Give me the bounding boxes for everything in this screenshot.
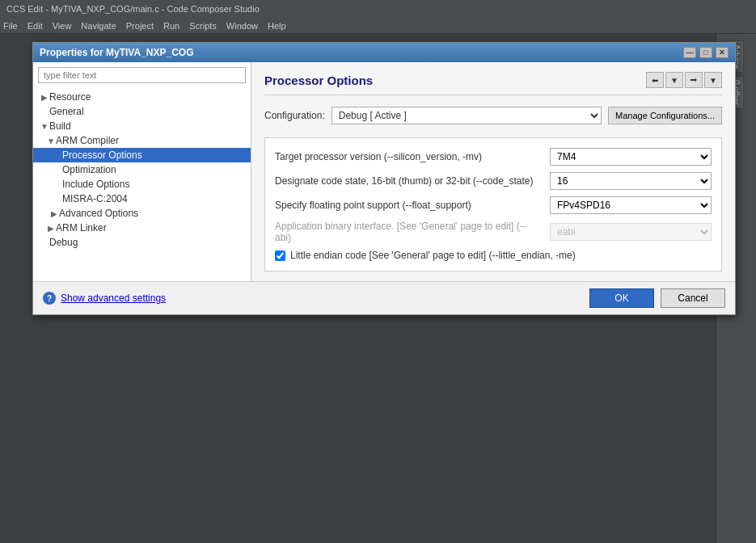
- tree-label-resource: Resource: [49, 91, 91, 103]
- option-label-float-support: Specify floating point support (--float_…: [275, 200, 540, 211]
- tree-label-advanced-options: Advanced Options: [59, 208, 138, 219]
- tree-item-arm-compiler[interactable]: ▼ ARM Compiler: [33, 133, 251, 148]
- nav-back-button[interactable]: ⬅: [646, 72, 664, 88]
- option-select-silicon-version[interactable]: 7M4 7M3 7M0 6M0: [550, 148, 712, 166]
- menu-scripts[interactable]: Scripts: [189, 21, 217, 31]
- tree-label-include-options: Include Options: [62, 179, 129, 190]
- menu-view[interactable]: View: [53, 21, 72, 31]
- configuration-label: Configuration:: [264, 110, 325, 121]
- menu-help[interactable]: Help: [268, 21, 286, 31]
- tree-arrow-advanced-options: ▶: [49, 209, 59, 218]
- option-row-code-state: Designate code state, 16-bit (thumb) or …: [275, 172, 712, 190]
- panel-header: Processor Options ⬅ ▼ ⮕ ▼: [264, 72, 722, 95]
- ide-title: CCS Edit - MyTIVA_NXP_COG/main.c - Code …: [6, 4, 260, 14]
- tree-item-debug[interactable]: Debug: [33, 235, 251, 250]
- tree-label-misra: MISRA-C:2004: [62, 193, 128, 204]
- dialog-overlay: Properties for MyTIVA_NXP_COG — □ ✕: [0, 34, 756, 543]
- cancel-button[interactable]: Cancel: [661, 288, 725, 308]
- option-label-silicon-version: Target processor version (--silicon_vers…: [275, 151, 540, 162]
- ide-titlebar: CCS Edit - MyTIVA_NXP_COG/main.c - Code …: [0, 0, 756, 18]
- properties-dialog: Properties for MyTIVA_NXP_COG — □ ✕: [32, 42, 736, 315]
- tree-item-general[interactable]: General: [33, 104, 251, 119]
- tree-label-arm-linker: ARM Linker: [56, 222, 107, 234]
- tree-item-advanced-options[interactable]: ▶ Advanced Options: [33, 206, 251, 221]
- tree-arrow-resource: ▶: [40, 93, 49, 102]
- menu-project[interactable]: Project: [126, 21, 154, 31]
- option-label-code-state: Designate code state, 16-bit (thumb) or …: [275, 175, 540, 187]
- menu-navigate[interactable]: Navigate: [81, 21, 116, 31]
- little-endian-label: Little endian code [See 'General' page t…: [290, 250, 576, 261]
- option-row-silicon-version: Target processor version (--silicon_vers…: [275, 148, 712, 166]
- ok-button[interactable]: OK: [589, 288, 654, 308]
- dialog-title-controls: — □ ✕: [683, 47, 729, 58]
- maximize-button[interactable]: □: [699, 47, 712, 58]
- option-select-abi: eabi: [550, 223, 712, 241]
- dialog-footer: ? Show advanced settings OK Cancel: [33, 281, 735, 314]
- filter-input[interactable]: [38, 67, 246, 83]
- tree-arrow-arm-compiler: ▼: [46, 137, 56, 145]
- tree-label-build: Build: [49, 120, 71, 132]
- show-advanced-settings-link[interactable]: Show advanced settings: [61, 293, 166, 304]
- configuration-row: Configuration: Debug [ Active ] Manage C…: [264, 107, 722, 124]
- nav-forward-button[interactable]: ⮕: [685, 72, 703, 88]
- tree-label-optimization: Optimization: [62, 164, 116, 175]
- ide-background: CCS Edit - MyTIVA_NXP_COG/main.c - Code …: [0, 0, 756, 543]
- dialog-body: ▶ Resource General ▼ Bu: [33, 62, 735, 281]
- tree-arrow-arm-linker: ▶: [46, 224, 56, 233]
- ide-menubar: File Edit View Navigate Project Run Scri…: [0, 18, 756, 34]
- tree-label-general: General: [49, 106, 84, 117]
- ide-content: Advice 0 other Properties for MyTIVA_NXP…: [0, 34, 756, 543]
- manage-configurations-button[interactable]: Manage Configurations...: [608, 107, 722, 124]
- dialog-titlebar: Properties for MyTIVA_NXP_COG — □ ✕: [33, 43, 735, 62]
- close-button[interactable]: ✕: [716, 47, 729, 58]
- nav-menu-button[interactable]: ▼: [704, 72, 722, 88]
- options-grid: Target processor version (--silicon_vers…: [264, 137, 722, 272]
- tree-item-build[interactable]: ▼ Build: [33, 119, 251, 133]
- option-label-abi: Application binary interface. [See 'Gene…: [275, 221, 540, 243]
- configuration-select[interactable]: Debug [ Active ]: [332, 107, 602, 124]
- tree-arrow-build: ▼: [40, 122, 49, 131]
- tree-label-processor-options: Processor Options: [62, 149, 142, 161]
- footer-left: ? Show advanced settings: [43, 292, 166, 305]
- tree-item-arm-linker[interactable]: ▶ ARM Linker: [33, 221, 251, 235]
- menu-file[interactable]: File: [3, 21, 18, 31]
- tree-container: ▶ Resource General ▼ Bu: [33, 88, 251, 281]
- right-panel: Processor Options ⬅ ▼ ⮕ ▼ Configuration:: [251, 62, 735, 281]
- tree-label-arm-compiler: ARM Compiler: [56, 135, 119, 146]
- tree-item-processor-options[interactable]: Processor Options: [33, 148, 251, 162]
- tree-label-debug: Debug: [49, 237, 78, 248]
- menu-run[interactable]: Run: [163, 21, 179, 31]
- panel-nav-buttons: ⬅ ▼ ⮕ ▼: [646, 72, 722, 88]
- option-row-abi: Application binary interface. [See 'Gene…: [275, 221, 712, 243]
- panel-title: Processor Options: [264, 74, 373, 87]
- footer-right: OK Cancel: [589, 288, 725, 308]
- minimize-button[interactable]: —: [683, 47, 696, 58]
- help-icon[interactable]: ?: [43, 292, 56, 305]
- left-panel: ▶ Resource General ▼ Bu: [33, 62, 251, 281]
- menu-edit[interactable]: Edit: [27, 21, 43, 31]
- tree-item-optimization[interactable]: Optimization: [33, 162, 251, 177]
- little-endian-row: Little endian code [See 'General' page t…: [275, 250, 712, 261]
- tree-item-resource[interactable]: ▶ Resource: [33, 90, 251, 104]
- nav-dropdown-button[interactable]: ▼: [665, 72, 683, 88]
- tree-item-include-options[interactable]: Include Options: [33, 177, 251, 192]
- little-endian-checkbox[interactable]: [275, 250, 285, 261]
- option-select-float-support[interactable]: FPv4SPD16 none fpu32: [550, 196, 712, 214]
- option-select-code-state[interactable]: 16 32: [550, 172, 712, 190]
- option-row-float-support: Specify floating point support (--float_…: [275, 196, 712, 214]
- menu-window[interactable]: Window: [226, 21, 258, 31]
- tree-item-misra[interactable]: MISRA-C:2004: [33, 192, 251, 206]
- dialog-title: Properties for MyTIVA_NXP_COG: [40, 47, 194, 58]
